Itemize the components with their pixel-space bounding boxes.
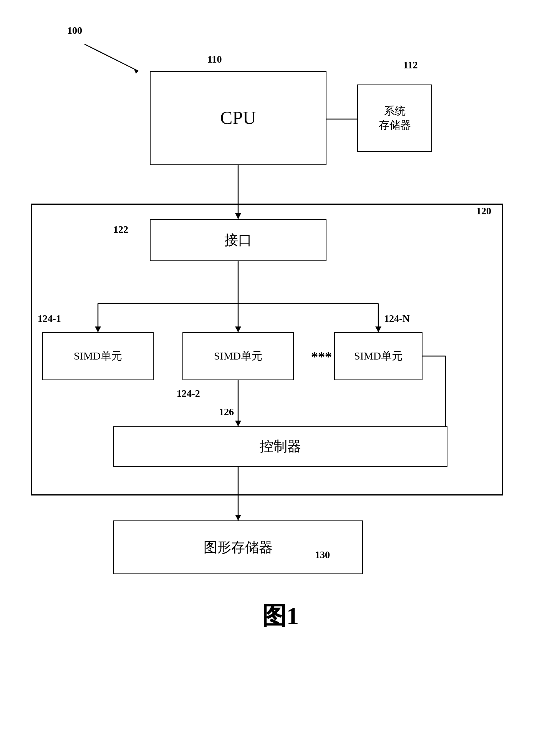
ref-124-n-label: 124-N bbox=[384, 313, 409, 325]
cpu-box: CPU bbox=[150, 71, 326, 165]
simd2-box: SIMD单元 bbox=[182, 332, 294, 380]
ref-110-label: 110 bbox=[207, 54, 222, 65]
graphics-memory-box: 图形存储器 bbox=[113, 520, 363, 574]
ref-130-label: 130 bbox=[315, 549, 330, 561]
controller-box: 控制器 bbox=[113, 426, 447, 467]
system-memory-box: 系统 存储器 bbox=[357, 85, 432, 152]
ref-120-label: 120 bbox=[476, 205, 491, 217]
svg-marker-19 bbox=[235, 515, 241, 520]
simd1-label: SIMD单元 bbox=[74, 349, 122, 363]
ref-122-label: 122 bbox=[113, 224, 128, 235]
simd2-label: SIMD单元 bbox=[214, 349, 262, 363]
ref-126-label: 126 bbox=[219, 406, 234, 418]
simd3-label: SIMD单元 bbox=[354, 349, 403, 363]
interface-box: 接口 bbox=[150, 219, 326, 261]
interface-label: 接口 bbox=[224, 231, 252, 249]
graphics-memory-label: 图形存储器 bbox=[204, 539, 273, 557]
ref-124-2-label: 124-2 bbox=[177, 388, 200, 399]
figure-label: 图1 bbox=[204, 599, 357, 633]
ref-112-label: 112 bbox=[403, 60, 418, 71]
cpu-label: CPU bbox=[220, 106, 256, 130]
ellipsis-label: *** bbox=[311, 349, 332, 365]
ref-124-1-label: 124-1 bbox=[38, 313, 61, 325]
svg-line-0 bbox=[84, 44, 138, 71]
svg-marker-1 bbox=[134, 68, 138, 74]
ref-100-label: 100 bbox=[67, 25, 82, 36]
controller-label: 控制器 bbox=[260, 437, 301, 456]
system-memory-label: 系统 存储器 bbox=[379, 104, 411, 132]
simd3-box: SIMD单元 bbox=[334, 332, 422, 380]
simd1-box: SIMD单元 bbox=[42, 332, 154, 380]
diagram: 100 CPU 110 系统 存储器 112 120 接口 122 SIMD单元… bbox=[0, 0, 560, 749]
